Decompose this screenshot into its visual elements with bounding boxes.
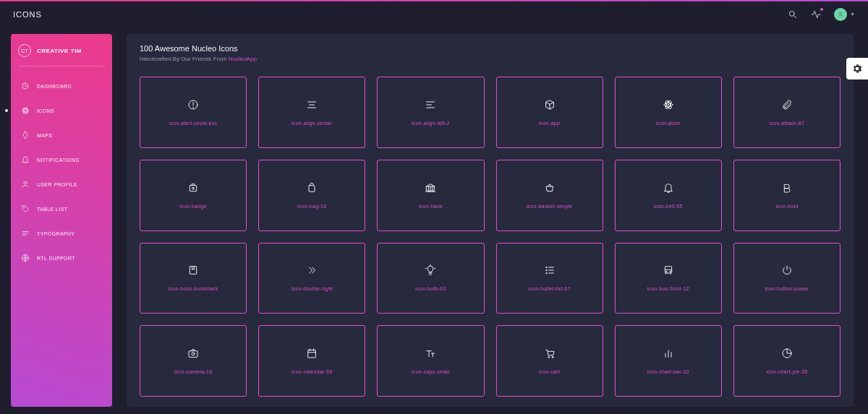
text-icon: [21, 229, 30, 238]
icon-card-icon-bulb-63[interactable]: icon-bulb-63: [377, 243, 484, 314]
sidebar-item-label: DASHBOARD: [37, 84, 72, 89]
icon-card-icon-camera-18[interactable]: icon-camera-18: [140, 325, 247, 397]
main: 100 Awesome Nucleo Icons Handcrafted By …: [112, 27, 868, 414]
svg-point-46: [665, 272, 666, 272]
icon-card-icon-cart[interactable]: icon-cart: [496, 325, 603, 397]
topbar-actions: ▼: [788, 8, 855, 21]
icon-card-icon-basket-simple[interactable]: icon-basket-simple: [496, 160, 603, 231]
icon-label: icon-caps-small: [412, 369, 450, 374]
icon-card-icon-attach-87[interactable]: icon-attach-87: [733, 77, 841, 148]
calendar-60-icon: [306, 348, 318, 359]
icon-card-icon-badge[interactable]: icon-badge: [140, 160, 247, 231]
icon-label: icon-app: [539, 121, 560, 126]
book-bookmark-icon: [187, 264, 199, 276]
user-icon: [21, 180, 30, 189]
icon-label: icon-bell-55: [654, 204, 683, 209]
subtitle-prefix: Handcrafted By Our Friends From: [140, 56, 229, 62]
icon-card-icon-align-center[interactable]: icon-align-center: [258, 77, 365, 148]
brand-name: CREATIVE TIM: [37, 48, 82, 54]
sidebar-item-label: TYPOGRAPHY: [37, 231, 75, 236]
sidebar-item-dashboard[interactable]: DASHBOARD: [18, 75, 105, 97]
user-menu[interactable]: ▼: [834, 8, 855, 21]
chart-pie-36-icon: [781, 348, 793, 359]
icon-label: icon-align-center: [292, 121, 333, 126]
nav: DASHBOARD ICONS MAPS NOTIFICATIONS USER …: [18, 75, 105, 269]
heading: 100 Awesome Nucleo Icons Handcrafted By …: [140, 44, 841, 62]
svg-rect-28: [309, 185, 315, 191]
tag-icon: [21, 204, 30, 213]
notification-dot: [820, 8, 823, 11]
icon-card-icon-bullet-list-67[interactable]: icon-bullet-list-67: [496, 243, 603, 314]
svg-point-40: [545, 273, 546, 274]
caps-small-icon: [425, 348, 436, 359]
icon-card-icon-double-right[interactable]: icon-double-right: [258, 243, 365, 314]
cart-icon: [544, 348, 556, 359]
icon-card-icon-caps-small[interactable]: icon-caps-small: [377, 325, 484, 397]
sidebar-item-label: ICONS: [37, 108, 54, 113]
icon-label: icon-bulb-63: [415, 286, 446, 291]
svg-point-38: [545, 267, 546, 268]
icon-card-icon-calendar-60[interactable]: icon-calendar-60: [258, 325, 365, 397]
button-power-icon: [781, 264, 793, 276]
alert-circle-exc-icon: [187, 99, 199, 111]
icon-label: icon-bold: [775, 204, 798, 209]
icon-card-icon-bag-16[interactable]: icon-bag-16: [258, 160, 365, 231]
nucleo-link[interactable]: NucleoApp: [229, 56, 257, 62]
brand[interactable]: CT CREATIVE TIM: [18, 44, 105, 66]
sidebar-item-user-profile[interactable]: USER PROFILE: [18, 173, 105, 195]
icon-label: icon-bus-front-12: [647, 286, 689, 291]
svg-point-2: [839, 12, 841, 14]
icon-label: icon-alert-circle-exc: [169, 121, 218, 126]
svg-point-57: [552, 357, 553, 358]
sidebar-item-notifications[interactable]: NOTIFICATIONS: [18, 149, 105, 171]
activity-icon[interactable]: [811, 9, 821, 20]
sidebar-item-typography[interactable]: TYPOGRAPHY: [18, 223, 105, 244]
icon-card-icon-book-bookmark[interactable]: icon-book-bookmark: [140, 243, 247, 314]
atom-icon: [21, 106, 30, 115]
icon-label: icon-chart-pie-36: [766, 369, 808, 374]
icon-label: icon-double-right: [292, 286, 333, 291]
icon-card-icon-alert-circle-exc[interactable]: icon-alert-circle-exc: [140, 77, 247, 148]
heading-title: 100 Awesome Nucleo Icons: [140, 44, 841, 53]
sidebar-item-table-list[interactable]: TABLE LIST: [18, 198, 105, 220]
svg-rect-50: [189, 351, 197, 358]
icon-label: icon-book-bookmark: [169, 286, 218, 291]
svg-rect-34: [190, 267, 196, 275]
sidebar-item-rtl-support[interactable]: RTL SUPPORT: [18, 247, 105, 269]
bell-55-icon: [663, 182, 674, 194]
sidebar-item-label: RTL SUPPORT: [37, 256, 75, 261]
icon-card-icon-app[interactable]: icon-app: [496, 77, 603, 148]
icon-card-icon-chart-bar-32[interactable]: icon-chart-bar-32: [615, 325, 722, 397]
icon-label: icon-button-power: [765, 286, 809, 291]
icon-card-icon-bell-55[interactable]: icon-bell-55: [615, 160, 722, 231]
sidebar-item-maps[interactable]: MAPS: [18, 124, 105, 146]
page-title: ICONS: [13, 10, 42, 19]
sidebar-item-icons[interactable]: ICONS: [18, 100, 105, 121]
svg-point-25: [668, 104, 668, 105]
icon-card-icon-bold[interactable]: icon-bold: [733, 160, 841, 231]
svg-line-1: [794, 15, 796, 17]
app-icon: [544, 99, 556, 111]
chevron-down-icon: ▼: [850, 12, 855, 17]
icon-card-icon-bus-front-12[interactable]: icon-bus-front-12: [615, 243, 722, 314]
svg-rect-26: [190, 185, 196, 191]
search-icon[interactable]: [788, 9, 798, 20]
icon-label: icon-bank: [419, 204, 443, 209]
align-left-2-icon: [425, 99, 436, 111]
bank-icon: [425, 182, 436, 194]
camera-18-icon: [187, 348, 199, 359]
icon-label: icon-calendar-60: [292, 369, 333, 374]
bell-icon: [21, 155, 30, 164]
icon-card-icon-bank[interactable]: icon-bank: [377, 160, 484, 231]
bulb-63-icon: [425, 264, 436, 276]
icon-card-icon-chart-pie-36[interactable]: icon-chart-pie-36: [733, 325, 841, 397]
icon-card-icon-button-power[interactable]: icon-button-power: [733, 243, 841, 314]
svg-point-0: [789, 11, 794, 16]
icon-card-icon-atom[interactable]: icon-atom: [615, 77, 722, 148]
double-right-icon: [306, 264, 318, 276]
icon-card-icon-align-left-2[interactable]: icon-align-left-2: [377, 77, 484, 148]
settings-button[interactable]: [846, 58, 868, 79]
align-center-icon: [306, 99, 318, 111]
icon-label: icon-align-left-2: [412, 121, 450, 126]
icon-label: icon-attach-87: [770, 121, 805, 126]
